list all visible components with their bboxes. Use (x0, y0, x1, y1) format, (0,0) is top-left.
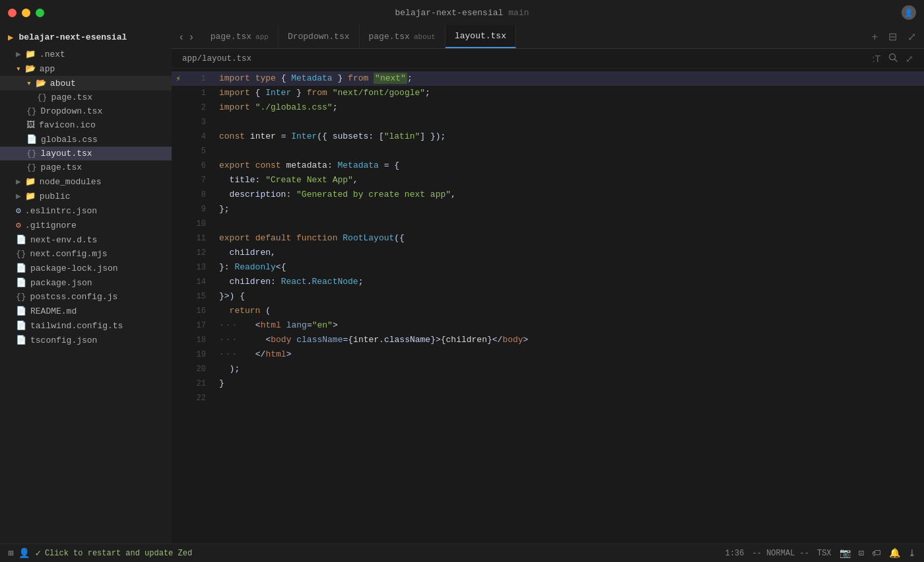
search-button[interactable] (888, 53, 898, 64)
sidebar-item-postcss[interactable]: {} postcss.config.js (0, 290, 172, 304)
code-line-13: 13 }: Readonly<{ (172, 260, 924, 275)
sidebar-item-label: about (50, 79, 76, 88)
sidebar-item-app[interactable]: ▾ 📂 app (0, 61, 172, 76)
maximize-button[interactable] (36, 9, 44, 17)
code-line-8: 8 description: "Generated by create next… (172, 188, 924, 202)
folder-icon: ▶ (16, 176, 21, 187)
code-content-17: ··· <html lang="en"> (216, 318, 911, 333)
file-tsx-icon: {} (26, 149, 37, 158)
editor-area: ‹ › page.tsx app Dropdown.tsx page.tsx a… (172, 25, 924, 544)
code-content-13: }: Readonly<{ (216, 260, 911, 275)
sidebar-item-tsconfig[interactable]: 📄 tsconfig.json (0, 333, 172, 347)
sidebar-item-favicon[interactable]: 🖼 favicon.ico (0, 118, 172, 132)
tag-icon[interactable]: 🏷 (872, 548, 881, 559)
sidebar-item-package-json[interactable]: 📄 package.json (0, 275, 172, 290)
sidebar-item-tailwind[interactable]: 📄 tailwind.config.ts (0, 318, 172, 333)
folder-chevron-icon: ▾ (16, 63, 21, 74)
file-gitignore-icon: ⚙ (16, 220, 21, 230)
line-number-8: 8 (185, 190, 216, 199)
file-css-icon: 📄 (26, 134, 37, 145)
sidebar-item-page-about[interactable]: {} page.tsx (0, 90, 172, 104)
forward-button[interactable]: › (187, 30, 195, 44)
sidebar-item-public[interactable]: ▶ 📁 public (0, 189, 172, 203)
code-content-21: } (216, 376, 911, 391)
file-tsx-icon: {} (26, 106, 37, 116)
sidebar-item-layout[interactable]: {} layout.tsx (0, 147, 172, 160)
status-update[interactable]: ✓ Click to restart and update Zed (35, 547, 192, 559)
status-left: ⊞ 👤 ✓ Click to restart and update Zed (8, 547, 192, 559)
sidebar-item-about[interactable]: ▾ 📂 about (0, 76, 172, 90)
line-number-17: 17 (185, 321, 216, 330)
code-content-8: description: "Generated by create next a… (216, 188, 911, 202)
sidebar-item-eslintrc[interactable]: ⚙ .eslintrc.json (0, 203, 172, 218)
line-number-15: 15 (185, 292, 216, 301)
code-content-1b: import { Inter } from "next/font/google"… (216, 86, 911, 100)
code-line-3: 3 (172, 115, 924, 129)
code-line-19: 19 ··· </html> (172, 347, 924, 362)
file-md-icon: 📄 (16, 306, 26, 316)
sidebar-item-globals-css[interactable]: 📄 globals.css (0, 132, 172, 147)
branch-name: main (508, 8, 529, 18)
code-line-17: 17 ··· <html lang="en"> (172, 318, 924, 333)
sidebar-item-node-modules[interactable]: ▶ 📁 node_modules (0, 174, 172, 189)
tab-page-app[interactable]: page.tsx app (201, 25, 279, 48)
camera-icon[interactable]: 📷 (840, 547, 851, 559)
line-number-13: 13 (185, 263, 216, 272)
code-content-14: children: React.ReactNode; (216, 275, 911, 289)
code-line-1b: 1 import { Inter } from "next/font/googl… (172, 86, 924, 100)
line-number-4: 4 (185, 132, 216, 141)
file-tsx-icon: {} (26, 162, 37, 172)
avatar[interactable]: 👤 (902, 5, 916, 20)
user-icon[interactable]: 👤 (18, 547, 30, 559)
file-json-icon: ⚙ (16, 205, 21, 216)
code-line-15: 15 }>) { (172, 289, 924, 304)
sidebar-item-gitignore[interactable]: ⚙ .gitignore (0, 218, 172, 232)
line-number-6: 6 (185, 161, 216, 170)
bell-icon[interactable]: 🔔 (889, 547, 900, 559)
tab-label: page.tsx (211, 32, 251, 42)
code-line-4: 4 const inter = Inter({ subsets: ["latin… (172, 129, 924, 144)
sidebar-project[interactable]: ▶ belajar-next-esensial (0, 28, 172, 47)
code-line-21: 21 } (172, 376, 924, 391)
sidebar-item-readme[interactable]: 📄 README.md (0, 304, 172, 318)
zap-icon: ⚡ (176, 74, 180, 84)
code-content-6: export const metadata: Metadata = { (216, 158, 911, 173)
expand-button[interactable]: ⤢ (906, 53, 913, 64)
sidebar-item-package-lock[interactable]: 📄 package-lock.json (0, 261, 172, 275)
tab-page-about[interactable]: page.tsx about (360, 25, 446, 48)
back-button[interactable]: ‹ (177, 30, 185, 44)
sidebar-item-next[interactable]: ▶ 📁 .next (0, 47, 172, 61)
sidebar-item-label: next-env.d.ts (30, 235, 97, 245)
minimize-button[interactable] (22, 9, 30, 17)
code-content-16: return ( (216, 304, 911, 318)
sidebar-project-label: belajar-next-esensial (18, 32, 127, 42)
settings-icon[interactable]: ⤓ (908, 547, 916, 559)
tab-dropdown[interactable]: Dropdown.tsx (279, 25, 360, 48)
code-line-16: 16 return ( (172, 304, 924, 318)
code-editor[interactable]: ⚡ 1 import type { Metadata } from "next"… (172, 69, 924, 544)
sidebar-item-label: next.config.mjs (30, 249, 108, 259)
code-content-12: children, (216, 246, 911, 260)
code-content-7: title: "Create Next App", (216, 173, 911, 188)
close-button[interactable] (8, 9, 16, 17)
folder-chevron-icon: ▾ (26, 78, 32, 88)
folder-icon: ▶ (16, 49, 21, 59)
sidebar-item-next-env[interactable]: 📄 next-env.d.ts (0, 232, 172, 247)
line-number-16: 16 (185, 306, 216, 316)
line-number-3: 3 (185, 118, 216, 127)
language-indicator: TSX (817, 549, 832, 558)
sidebar-item-label: layout.tsx (41, 149, 92, 158)
tab-label: Dropdown.tsx (288, 32, 350, 42)
type-button[interactable]: :T (873, 53, 880, 64)
square-icon[interactable]: ⊡ (859, 547, 864, 559)
sidebar-item-next-config[interactable]: {} next.config.mjs (0, 247, 172, 261)
sidebar-item-page[interactable]: {} page.tsx (0, 160, 172, 174)
line-number-1: 1 (185, 74, 216, 83)
fullscreen-button[interactable]: ⤢ (905, 29, 919, 44)
new-tab-button[interactable]: + (869, 30, 880, 44)
grid-icon[interactable]: ⊞ (8, 547, 13, 559)
split-button[interactable]: ⊟ (886, 29, 900, 44)
tab-layout[interactable]: layout.tsx (446, 25, 516, 48)
sidebar-item-dropdown[interactable]: {} Dropdown.tsx (0, 104, 172, 118)
line-number-19: 19 (185, 350, 216, 359)
